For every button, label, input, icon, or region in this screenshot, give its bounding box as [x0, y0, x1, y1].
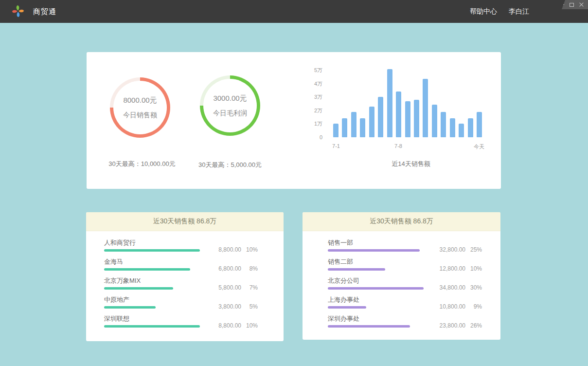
- ranking-row-values: 34,800.0030%: [427, 284, 482, 291]
- sales-bar: [342, 118, 347, 137]
- ranking-row-percent: 8%: [241, 265, 258, 272]
- ranking-row: 深圳联想8,800.0010%: [104, 315, 284, 334]
- sales-bar: [405, 101, 410, 137]
- sales-bar: [423, 79, 428, 137]
- profit-30day-max: 30天最高：5,000.00元: [174, 161, 286, 169]
- ranking-row-percent: 9%: [465, 303, 482, 310]
- x-axis-tick: 7-1: [332, 143, 340, 149]
- sales-bar: [396, 92, 401, 137]
- y-axis-tick: 4万: [314, 80, 322, 88]
- sales-chart-caption: 近14天销售额: [362, 160, 460, 168]
- user-name-link[interactable]: 李白江: [509, 7, 529, 16]
- y-axis-tick: 3万: [314, 93, 322, 101]
- ranking-row-values: 10,800.009%: [427, 303, 482, 310]
- ranking-row-amount: 32,800.00: [427, 246, 465, 253]
- maximize-icon[interactable]: [570, 3, 574, 7]
- overview-card: 8000.00元 今日销售额 30天最高：10,000.00元 3000.00元…: [87, 52, 501, 189]
- ranking-row-name: 深圳联想: [104, 315, 284, 323]
- ranking-row-amount: 23,800.00: [427, 322, 465, 329]
- today-sales-donut-center: 8000.00元 今日销售额: [113, 81, 167, 134]
- ranking-row-percent: 10%: [465, 265, 482, 272]
- today-sales-label: 今日销售额: [123, 111, 157, 120]
- x-axis-tick: 7-8: [394, 143, 402, 149]
- sales-chart-x-axis: 7-17-8今天: [333, 143, 482, 150]
- today-profit-donut: 3000.00元 今日毛利润: [200, 75, 260, 136]
- sales-bar: [450, 118, 455, 137]
- ranking-row-amount: 12,800.00: [427, 265, 465, 272]
- ranking-row: 北京万象MIX5,800.007%: [104, 277, 284, 296]
- customer-ranking-body: 人和商贸行8,800.0010%金海马6,800.008%北京万象MIX5,80…: [86, 231, 284, 334]
- ranking-row-name: 中原地产: [104, 296, 284, 304]
- ranking-row: 中原地产3,800.005%: [104, 296, 284, 315]
- ranking-row-name: 人和商贸行: [104, 239, 284, 247]
- x-axis-tick: 今天: [474, 143, 484, 150]
- ranking-row-amount: 8,800.00: [202, 322, 241, 329]
- sales-bar: [459, 124, 464, 137]
- y-axis-tick: 1万: [314, 120, 322, 128]
- ranking-row-bar: [104, 268, 190, 271]
- ranking-row-percent: 7%: [241, 284, 258, 291]
- ranking-row-name: 销售一部: [328, 239, 500, 247]
- today-sales-value: 8000.00元: [123, 96, 157, 105]
- app-window: 商贸通 帮助中心 李白江 8000.00元 今日销售额 30天最高：10,000…: [0, 0, 588, 366]
- ranking-row-name: 深圳办事处: [328, 315, 500, 323]
- titlebar: 商贸通 帮助中心 李白江: [0, 0, 588, 23]
- ranking-row-percent: 10%: [241, 246, 258, 253]
- sales-bar: [477, 112, 482, 137]
- ranking-row-bar: [104, 287, 173, 290]
- topbar-links: 帮助中心 李白江: [470, 0, 529, 23]
- sales-bar: [369, 107, 374, 137]
- ranking-row-name: 上海办事处: [328, 296, 500, 304]
- ranking-row-bar: [328, 306, 366, 309]
- ranking-row-bar: [104, 325, 200, 328]
- ranking-row-name: 销售二部: [328, 258, 500, 266]
- today-sales-donut: 8000.00元 今日销售额: [110, 77, 170, 138]
- help-center-link[interactable]: 帮助中心: [470, 7, 497, 16]
- ranking-row: 上海办事处10,800.009%: [328, 296, 500, 315]
- sales-bar: [351, 112, 356, 137]
- ranking-row-bar: [328, 325, 410, 328]
- ranking-row-values: 3,800.005%: [202, 303, 258, 310]
- sales-bar: [441, 112, 446, 137]
- department-ranking-body: 销售一部32,800.0025%销售二部12,800.0010%北京分公司34,…: [303, 231, 500, 334]
- ranking-row: 销售一部32,800.0025%: [328, 239, 500, 258]
- ranking-row-amount: 5,800.00: [202, 284, 241, 291]
- today-profit-label: 今日毛利润: [213, 109, 247, 118]
- ranking-row-values: 32,800.0025%: [427, 246, 482, 253]
- ranking-row-bar: [328, 287, 424, 290]
- minimize-icon[interactable]: [560, 4, 564, 5]
- today-profit-value: 3000.00元: [213, 94, 247, 103]
- ranking-row-percent: 30%: [465, 284, 482, 291]
- ranking-row: 人和商贸行8,800.0010%: [104, 239, 284, 258]
- ranking-row-values: 8,800.0010%: [202, 322, 258, 329]
- ranking-row-percent: 5%: [241, 303, 258, 310]
- ranking-row-amount: 3,800.00: [202, 303, 241, 310]
- ranking-row-percent: 10%: [241, 322, 258, 329]
- sales-bar: [333, 124, 339, 137]
- customer-ranking-card: 近30天销售额 86.8万 人和商贸行8,800.0010%金海马6,800.0…: [86, 212, 284, 341]
- ranking-row-bar: [104, 249, 200, 252]
- department-ranking-card: 近30天销售额 86.8万 销售一部32,800.0025%销售二部12,800…: [303, 212, 500, 340]
- sales-bar: [378, 97, 383, 137]
- today-profit-donut-center: 3000.00元 今日毛利润: [203, 79, 257, 132]
- sales-bar: [432, 105, 437, 137]
- ranking-row: 北京分公司34,800.0030%: [328, 277, 500, 296]
- ranking-row-percent: 25%: [465, 246, 482, 253]
- window-controls: [558, 0, 588, 9]
- app-title: 商贸通: [33, 0, 56, 23]
- sales-bar: [360, 118, 365, 137]
- pinwheel-logo-icon: [11, 4, 25, 18]
- ranking-row-values: 5,800.007%: [202, 284, 258, 291]
- y-axis-tick: 2万: [314, 107, 322, 114]
- ranking-row: 金海马6,800.008%: [104, 258, 284, 277]
- ranking-row: 深圳办事处23,800.0026%: [328, 315, 500, 334]
- ranking-row-values: 23,800.0026%: [427, 322, 482, 329]
- close-icon[interactable]: [579, 2, 584, 7]
- ranking-row-amount: 6,800.00: [202, 265, 241, 272]
- sales-bar-plot: [333, 69, 482, 137]
- ranking-row-name: 北京分公司: [328, 277, 500, 285]
- sales-bar: [468, 118, 473, 137]
- ranking-row-name: 金海马: [104, 258, 284, 266]
- ranking-row-values: 8,800.0010%: [202, 246, 258, 253]
- ranking-row-values: 6,800.008%: [202, 265, 258, 272]
